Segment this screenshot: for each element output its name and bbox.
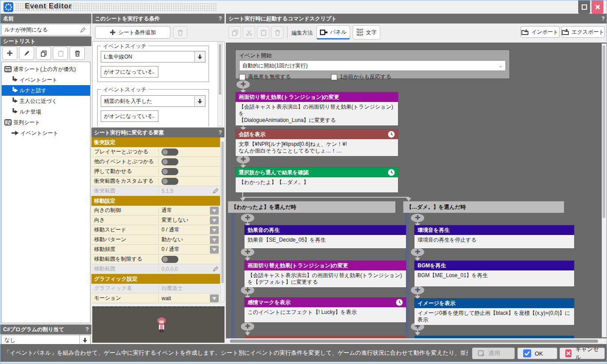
pencil-icon <box>24 50 30 57</box>
tab-text-mode[interactable]: TEXT TEXT TEXT 文字 <box>353 25 380 39</box>
edit-pencil-icon[interactable] <box>213 266 218 272</box>
branch-header-ok[interactable]: 【わかったよ】を選んだ時 <box>228 201 395 213</box>
checkbox-ignore-height[interactable]: 高低差を無視する <box>239 73 291 81</box>
event-switch-select[interactable]: L:集中線ON <box>101 51 205 63</box>
trash-icon <box>177 29 184 36</box>
apply-button[interactable]: 適用 <box>472 348 515 359</box>
prop-row-disabled: 衝突範囲 5,1,5 <box>91 186 220 196</box>
panel-play-ambient[interactable]: 環境音を再生 環境音の再生を停止する <box>414 225 574 248</box>
toggle-off[interactable] <box>162 149 178 156</box>
tree-item-luna-talk[interactable]: ルナと話す <box>2 85 90 96</box>
panel-choice-confirm[interactable]: 選択肢から選んで結果を確認 【わかったよ】【…ダメ。】 <box>236 168 398 192</box>
copy-sheet-button[interactable] <box>36 47 51 60</box>
dropdown-button[interactable] <box>210 226 219 234</box>
prop-row: 向き変更しない <box>91 215 220 225</box>
cancel-x-icon <box>565 349 572 357</box>
text-mode-icon: TEXT TEXT TEXT <box>356 28 363 36</box>
branch-guide-bar <box>231 213 235 338</box>
branch-arrow-icon <box>12 108 18 115</box>
edit-pencil-icon <box>80 27 86 33</box>
toolbar-separator <box>287 26 288 39</box>
paste-icon <box>57 50 64 57</box>
import-button[interactable]: インポート <box>520 26 560 38</box>
add-sheet-button[interactable] <box>2 47 17 60</box>
chevron-down-icon: ⌄ <box>151 69 155 75</box>
switch-state-select[interactable]: がオンになっている ⌄ <box>101 110 158 122</box>
panel-change-transition[interactable]: 画面切り替え効果(トランジション)の変更 【会話キャスト表示演出】の画面切り替え… <box>236 92 398 125</box>
window-title: Event Editor <box>25 2 72 10</box>
switch-state-select[interactable]: がオフになっている ⌄ <box>101 66 158 78</box>
canvas-hscrollbar[interactable] <box>226 338 607 344</box>
dropdown-button[interactable] <box>210 294 219 302</box>
conditions-scrollbar[interactable] <box>217 42 223 127</box>
prop-row: 移動パターン動かない <box>91 235 220 245</box>
help-button[interactable]: ? <box>86 326 89 333</box>
sheet-group-icon <box>4 66 12 73</box>
dropdown-arrow-button[interactable] <box>194 96 205 106</box>
prop-row: 他のイベントとぶつかる <box>91 157 220 167</box>
help-button[interactable]: ? <box>219 16 222 22</box>
down-arrow-icon <box>197 98 203 104</box>
panel-change-transition-default[interactable]: 画面切り替え効果(トランジション)の変更 【会話キャスト表示演出】の画面切り替え… <box>244 261 406 287</box>
edit-pencil-icon[interactable] <box>213 188 218 194</box>
close-button[interactable] <box>591 0 603 14</box>
properties-scrollbar[interactable] <box>221 138 225 302</box>
add-condition-button[interactable]: シート条件追加 <box>95 26 170 39</box>
character-sprite <box>156 317 167 334</box>
canvas-vscrollbar[interactable] <box>602 43 607 337</box>
branch-header-no[interactable]: 【…ダメ。】を選んだ時 <box>403 201 564 213</box>
help-button[interactable]: ? <box>219 129 222 136</box>
dropdown-button[interactable] <box>210 236 219 244</box>
panel-play-bgm[interactable]: BGMを再生 BGM【ME_Lose_01】を再生 <box>414 261 574 286</box>
dropdown-arrow-button[interactable] <box>79 335 90 345</box>
delete-panel-button[interactable] <box>271 26 284 39</box>
help-button[interactable]: ? <box>602 16 605 22</box>
panel-show-emotion-mark[interactable]: 感情マークを表示 このイベントにエフェクト【! Lucky】を表示 <box>244 297 406 322</box>
cut-panel-button[interactable] <box>243 26 255 39</box>
delete-condition-button[interactable] <box>173 26 187 39</box>
toggle-off[interactable] <box>162 256 178 263</box>
dropdown-button[interactable] <box>210 216 219 224</box>
trash-icon <box>74 50 81 57</box>
event-name-input[interactable]: ルナが仲間になる <box>1 24 91 35</box>
parallel-sheet-icon <box>4 119 12 126</box>
dropdown-arrow-button[interactable] <box>194 51 205 62</box>
cancel-button[interactable]: キャンセル <box>560 348 605 359</box>
branch-arrowhead <box>240 198 245 201</box>
section-movement: 移動設定 <box>91 196 220 206</box>
tab-panel-mode[interactable]: パネル <box>316 25 350 39</box>
branch-arrow-icon <box>12 87 18 94</box>
tree-item-parallel-sheets[interactable]: 並列シート <box>2 117 90 128</box>
paste-sheet-button[interactable] <box>53 47 68 60</box>
tree-item-event-sheet[interactable]: イベントシート <box>2 74 90 85</box>
copy-panel-button[interactable] <box>229 26 241 39</box>
sheet-tree: 通常シート(上の方が優先) イベントシート ルナと話す 主人公に近づく ルナ登場… <box>1 62 91 323</box>
script-canvas[interactable]: イベント開始 自動的に開始(1回だけ実行) ⌄ 高低差を無視する 1歩前からも反… <box>226 43 607 338</box>
prop-row-disabled: 移動範囲 0,0,0,0 <box>91 264 220 274</box>
export-button[interactable]: エクスポート <box>561 26 605 38</box>
panel-show-image[interactable]: イメージを表示 イメージ0番を使用して静止画【black】を座標【(x,y)=(… <box>414 298 574 325</box>
panel-mode-icon <box>320 29 327 35</box>
panel-show-dialogue[interactable]: 会話を表示 文章【¥NPR[ルナ]¥lipspd[0.6]ねぇ、ケン！¥! なん… <box>236 129 398 156</box>
maximize-button[interactable] <box>578 0 590 14</box>
tree-item-parallel-event-sheet[interactable]: イベントシート <box>2 128 90 138</box>
rename-sheet-button[interactable] <box>19 47 34 60</box>
delete-sheet-button[interactable] <box>70 47 85 60</box>
dropdown-button[interactable] <box>210 246 219 254</box>
toggle-off[interactable] <box>162 178 178 185</box>
ok-button[interactable]: OK <box>517 348 557 359</box>
checkbox-react-one-step[interactable]: 1歩前からも反応する <box>331 73 391 81</box>
toggle-off[interactable] <box>162 168 178 175</box>
tree-item-approach-hero[interactable]: 主人公に近づく <box>2 96 90 106</box>
panel-play-se[interactable]: 効果音の再生 効果音【SE_Decide_05】を再生 <box>244 225 406 248</box>
event-start-block[interactable]: イベント開始 自動的に開始(1回だけ実行) ⌄ 高低差を無視する 1歩前からも反… <box>236 50 509 78</box>
paste-panel-button[interactable] <box>257 26 269 39</box>
tree-item-luna-appear[interactable]: ルナ登場 <box>2 106 90 117</box>
tree-item-normal-sheets[interactable]: 通常シート(上の方が優先) <box>2 64 90 74</box>
insert-panel-node[interactable]: ✚ <box>241 322 254 337</box>
start-trigger-select[interactable]: 自動的に開始(1回だけ実行) ⌄ <box>239 60 506 71</box>
checkbox-icon <box>239 74 245 80</box>
dropdown-button[interactable] <box>210 207 219 215</box>
toggle-off[interactable] <box>162 158 178 165</box>
event-switch-select[interactable]: 精霊の剣を入手した <box>101 95 205 107</box>
